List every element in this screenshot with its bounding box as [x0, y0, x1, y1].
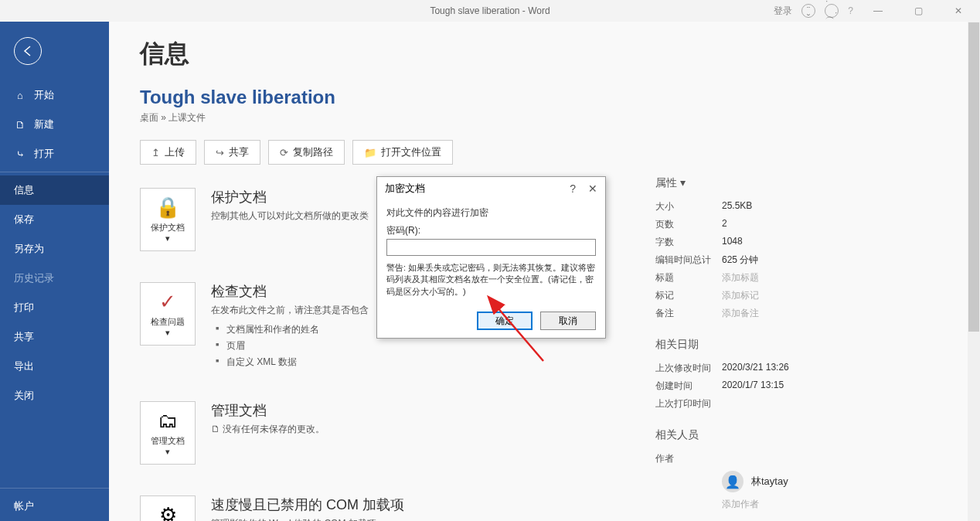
scrollbar-thumb[interactable] [968, 22, 979, 332]
copy-path-button[interactable]: ⟳复制路径 [268, 140, 345, 165]
title-field[interactable]: 添加标题 [722, 271, 759, 284]
props-header[interactable]: 属性 ▾ [655, 176, 949, 190]
nav-open[interactable]: ⤷ 打开 [0, 139, 109, 169]
link-icon: ⟳ [280, 147, 288, 158]
list-item: 自定义 XML 数据 [211, 354, 604, 370]
close-button[interactable]: ✕ [943, 0, 974, 22]
nav-saveas[interactable]: 另存为 [0, 234, 109, 264]
page-title: 信息 [140, 37, 949, 71]
nav-label: 开始 [34, 88, 54, 102]
manage-icon: 🗂 [158, 409, 178, 433]
arrow-left-icon [21, 44, 35, 58]
section-desc: 🗋 没有任何未保存的更改。 [211, 423, 604, 436]
ok-button[interactable]: 确定 [477, 312, 533, 330]
login-link[interactable]: 登录 [774, 5, 792, 18]
nav-share[interactable]: 共享 [0, 322, 109, 352]
nav-print[interactable]: 打印 [0, 293, 109, 322]
password-label: 密码(R): [386, 224, 596, 237]
nav-new[interactable]: 🗋 新建 [0, 110, 109, 139]
vertical-scrollbar[interactable] [968, 22, 980, 521]
titlebar: Tough slave liberation - Word 登录 ¨̮ ˙︵˙ … [0, 0, 980, 22]
action-row: ↥上传 ↪共享 ⟳复制路径 📁打开文件位置 [140, 140, 949, 165]
check-icon: ✓ [159, 290, 176, 314]
open-location-button[interactable]: 📁打开文件位置 [352, 140, 453, 165]
maximize-button[interactable]: ▢ [903, 0, 934, 22]
help-icon[interactable]: ? [570, 182, 576, 195]
share-button[interactable]: ↪共享 [204, 140, 260, 165]
window-title: Tough slave liberation - Word [430, 5, 550, 16]
password-input[interactable] [386, 239, 596, 256]
folder-icon: 📁 [364, 147, 376, 158]
nav-label: 新建 [34, 117, 54, 131]
manage-doc-button[interactable]: 🗂 管理文档▾ [140, 401, 196, 465]
section-title: 速度慢且已禁用的 COM 加载项 [211, 495, 604, 514]
tags-field[interactable]: 添加标记 [722, 289, 759, 302]
new-icon: 🗋 [14, 118, 26, 131]
nav-account[interactable]: 帐户 [0, 492, 109, 521]
comments-field[interactable]: 添加备注 [722, 307, 759, 320]
nav-label: 打开 [34, 147, 54, 161]
inspect-doc-button[interactable]: ✓ 检查问题▾ [140, 282, 196, 346]
nav-save[interactable]: 保存 [0, 205, 109, 234]
list-item: 页眉 [211, 338, 604, 354]
avatar-icon: 👤 [722, 471, 744, 492]
frown-icon[interactable]: ˙︵˙ [825, 4, 839, 18]
titlebar-controls: 登录 ¨̮ ˙︵˙ ? — ▢ ✕ [774, 0, 980, 22]
nav-home[interactable]: ⌂ 开始 [0, 80, 109, 110]
properties-panel: 属性 ▾ 大小25.5KB 页数2 字数1048 编辑时间总计625 分钟 标题… [655, 176, 949, 521]
home-icon: ⌂ [14, 89, 26, 101]
nav-close[interactable]: 关闭 [0, 381, 109, 410]
section-title: 管理文档 [211, 401, 604, 420]
divider [0, 488, 109, 489]
help-icon[interactable]: ? [848, 5, 853, 16]
nav-export[interactable]: 导出 [0, 352, 109, 381]
dialog-subtitle: 对此文件的内容进行加密 [386, 206, 596, 220]
close-icon[interactable]: ✕ [588, 182, 597, 195]
divider [0, 172, 109, 172]
back-button[interactable] [14, 37, 42, 65]
section-desc: 管理影响你的 Word 体验的 COM 加载项。 [211, 517, 604, 521]
share-icon: ↪ [216, 147, 224, 158]
minimize-button[interactable]: — [863, 0, 893, 22]
nav-history[interactable]: 历史记录 [0, 264, 109, 293]
upload-icon: ↥ [151, 147, 160, 158]
people-header: 相关人员 [655, 428, 949, 442]
lock-icon: 🔒 [155, 196, 180, 220]
author-row: 👤 林taytay [655, 468, 949, 495]
smile-icon[interactable]: ¨̮ [801, 4, 815, 18]
com-addins-button[interactable]: ⚙ 管理 COM 加载项 [140, 495, 196, 521]
dates-header: 相关日期 [655, 338, 949, 352]
gear-icon: ⚙ [159, 503, 177, 521]
backstage-sidebar: ⌂ 开始 🗋 新建 ⤷ 打开 信息 保存 另存为 历史记录 打印 共享 导出 关… [0, 22, 109, 521]
cancel-button[interactable]: 取消 [540, 312, 596, 330]
protect-doc-button[interactable]: 🔒 保护文档▾ [140, 188, 196, 251]
nav-info[interactable]: 信息 [0, 175, 109, 205]
add-author-field[interactable]: 添加作者 [722, 498, 759, 511]
open-icon: ⤷ [14, 148, 26, 160]
upload-button[interactable]: ↥上传 [140, 140, 196, 165]
encrypt-dialog: 加密文档 ? ✕ 对此文件的内容进行加密 密码(R): 警告: 如果丢失或忘记密… [376, 176, 606, 339]
dialog-warning: 警告: 如果丢失或忘记密码，则无法将其恢复。建议将密码列表及其相应文档名放在一个… [386, 262, 596, 298]
dialog-header: 加密文档 ? ✕ [377, 177, 605, 200]
breadcrumb: 桌面 » 上课文件 [140, 111, 949, 124]
doc-title: Tough slave liberation [140, 87, 949, 108]
dialog-title: 加密文档 [385, 182, 425, 196]
